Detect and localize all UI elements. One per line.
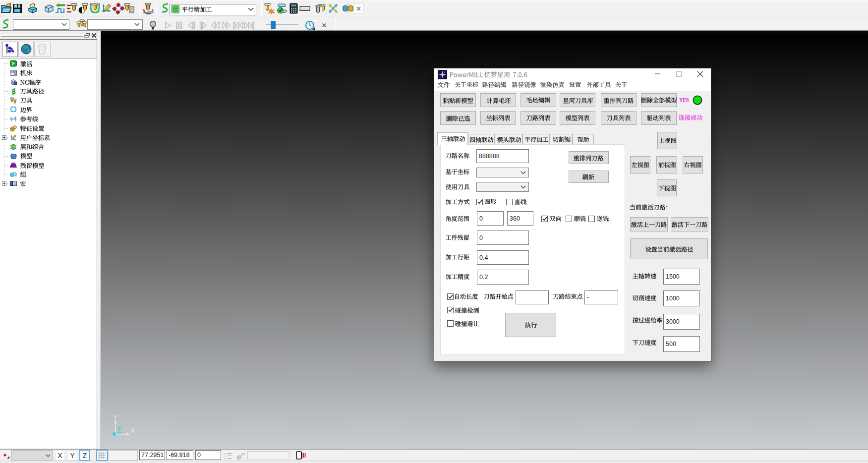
svg-text:z: z: [225, 457, 226, 460]
svg-text:X: X: [130, 427, 135, 434]
svg-text:Y: Y: [113, 413, 117, 421]
svg-text:Z: Z: [117, 425, 121, 433]
